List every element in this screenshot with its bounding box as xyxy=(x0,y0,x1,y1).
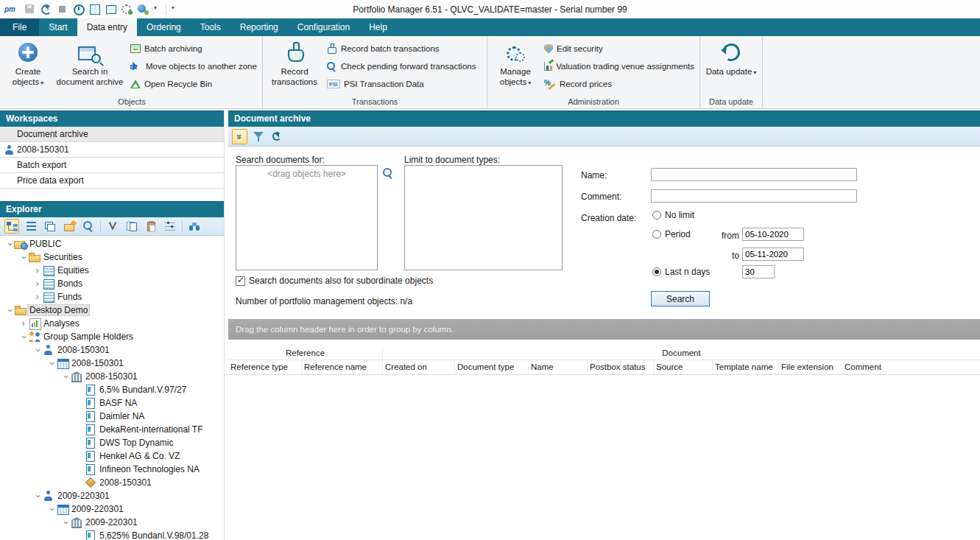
tree-item[interactable]: Group Sample Holders xyxy=(0,330,224,343)
batch-archiving-button[interactable]: Batch archiving xyxy=(127,41,260,56)
search-objects-listbox[interactable]: <drag objects here> xyxy=(236,165,378,270)
manage-objects-button[interactable]: Manage objects▾ xyxy=(490,37,541,97)
tree-item[interactable]: Infineon Technologies NA xyxy=(0,463,224,476)
tree-item[interactable]: Bonds xyxy=(0,277,224,290)
keypad-icon[interactable] xyxy=(105,4,116,15)
record-batch-transactions-button[interactable]: Record batch transactions xyxy=(324,41,484,56)
workspace-item[interactable]: Document archive xyxy=(0,127,224,142)
no-limit-radio[interactable]: No limit xyxy=(652,210,694,220)
data-update-button[interactable]: Data update▾ xyxy=(702,37,760,97)
window-view-button[interactable] xyxy=(43,219,57,234)
tree-expander-icon[interactable] xyxy=(46,359,56,368)
tree-expander-icon[interactable] xyxy=(32,346,42,354)
tree-item[interactable]: 5,625% Bundanl.V.98/01.28 xyxy=(0,529,224,540)
tree-item[interactable]: 2009-220301 xyxy=(0,516,224,529)
tree-expander-icon[interactable] xyxy=(46,505,56,513)
ribbon-tab[interactable]: Tools xyxy=(191,18,230,36)
web-services-icon[interactable] xyxy=(138,4,149,15)
find-button[interactable] xyxy=(187,219,202,234)
tree-item[interactable]: 6,5% Bundanl.V.97/27 xyxy=(0,383,224,396)
timer-icon[interactable] xyxy=(73,4,84,15)
grid-column-header[interactable]: Document type xyxy=(455,360,529,374)
save-icon[interactable] xyxy=(24,4,35,15)
tree-item[interactable]: Funds xyxy=(0,290,224,304)
tree-expander-icon[interactable] xyxy=(32,279,42,288)
grid-column-header[interactable]: File extension xyxy=(779,360,842,374)
grid-column-header[interactable]: Postbox status xyxy=(588,360,654,374)
open-recycle-bin-button[interactable]: Open Recycle Bin xyxy=(127,77,260,91)
tree-item[interactable]: 2008-150301 xyxy=(0,476,224,489)
grid-column-header[interactable]: Comment xyxy=(842,360,980,374)
tree-item[interactable]: Henkel AG & Co. VZ xyxy=(0,449,224,463)
subordinate-objects-checkbox[interactable]: Search documents also for subordinate ob… xyxy=(236,276,433,286)
tree-item[interactable]: BASF NA xyxy=(0,396,224,410)
psi-transaction-data-button[interactable]: PSI Transaction Data xyxy=(324,77,484,91)
tree-expander-icon[interactable] xyxy=(32,292,42,301)
period-radio[interactable]: Period xyxy=(652,229,691,239)
tree-item[interactable]: 2008-150301 xyxy=(0,357,224,370)
tree-expander-icon[interactable] xyxy=(4,306,14,315)
group-by-panel[interactable]: Drag the column header here in order to … xyxy=(228,319,980,340)
grid-column-header[interactable]: Template name xyxy=(713,360,779,374)
grid-column-header[interactable]: Source xyxy=(654,360,713,374)
ribbon-tab[interactable]: Start xyxy=(39,18,77,36)
tree-expander-icon[interactable] xyxy=(60,518,70,527)
tree-item[interactable]: Desktop Demo xyxy=(0,304,224,317)
create-objects-button[interactable]: Create objects▾ xyxy=(4,37,52,97)
tree-view-button[interactable] xyxy=(4,219,19,234)
tree-item[interactable]: PUBLIC xyxy=(0,237,224,250)
last-n-days-radio[interactable]: Last n days xyxy=(652,267,710,277)
tree-item[interactable]: 2008-150301 xyxy=(0,343,224,357)
tree-item[interactable]: Securities xyxy=(0,250,224,264)
paste-button[interactable] xyxy=(144,219,158,234)
ribbon-tab[interactable]: Configuration xyxy=(288,18,359,36)
grid-column-header[interactable]: Reference type xyxy=(228,360,302,374)
stop-icon[interactable] xyxy=(57,4,68,15)
tree-expander-icon[interactable] xyxy=(18,253,28,262)
document-types-listbox[interactable] xyxy=(404,165,563,270)
comment-input[interactable] xyxy=(651,189,857,203)
tree-item[interactable]: DekaRent-international TF xyxy=(0,423,224,436)
ribbon-tab[interactable]: File xyxy=(0,18,39,36)
tree-item[interactable]: 2009-220301 xyxy=(0,502,224,516)
tree-expander-icon[interactable] xyxy=(32,266,42,275)
record-transactions-button[interactable]: Record transactions xyxy=(265,37,324,97)
search-button-small[interactable] xyxy=(81,219,96,234)
tree-item[interactable]: DWS Top Dynamic xyxy=(0,436,224,449)
grid-column-header[interactable]: Created on xyxy=(383,360,455,374)
workspace-item[interactable]: Price data export xyxy=(0,173,224,189)
band-document[interactable]: Document xyxy=(383,347,980,360)
tree-item[interactable]: Equities xyxy=(0,264,224,277)
ribbon-tab[interactable]: Ordering xyxy=(137,18,191,36)
ribbon-tab[interactable]: Data entry xyxy=(77,18,137,36)
tree-expander-icon[interactable] xyxy=(4,239,14,248)
last-n-days-input[interactable] xyxy=(742,265,775,278)
move-objects-button[interactable]: Move objects to another zone xyxy=(127,59,260,74)
grid-column-header[interactable]: Name xyxy=(529,360,588,374)
services-icon[interactable] xyxy=(121,4,133,15)
record-prices-button[interactable]: Record prices xyxy=(541,77,697,91)
ribbon-tab[interactable]: Help xyxy=(359,18,397,36)
refresh-icon[interactable] xyxy=(40,4,52,15)
qat-customize-arrow-icon[interactable] xyxy=(172,4,178,15)
tree-expander-icon[interactable] xyxy=(18,332,28,341)
check-pending-forward-transactions-button[interactable]: Check pending forward transactions xyxy=(324,59,484,74)
workspace-item[interactable]: 2008-150301 xyxy=(0,142,224,158)
tree-item[interactable]: Daimler NA xyxy=(0,410,224,423)
edit-security-button[interactable]: Edit security xyxy=(541,41,697,56)
ribbon-tab[interactable]: Reporting xyxy=(230,18,288,36)
workspace-item[interactable]: Batch export xyxy=(0,158,224,173)
search-button[interactable]: Search xyxy=(651,291,710,306)
tree-expander-icon[interactable] xyxy=(32,491,42,500)
search-in-document-archive-button[interactable]: Search in document archive xyxy=(52,37,127,97)
new-object-button[interactable] xyxy=(62,219,77,234)
name-input[interactable] xyxy=(651,168,857,181)
tree-item[interactable]: 2009-220301 xyxy=(0,489,224,502)
dropdown-arrow-icon[interactable] xyxy=(154,4,161,15)
pick-objects-button[interactable] xyxy=(381,166,395,180)
collapse-search-panel-button[interactable] xyxy=(232,129,247,144)
to-date-input[interactable] xyxy=(742,248,804,261)
copy-button[interactable] xyxy=(124,219,139,234)
grid-body[interactable] xyxy=(228,375,980,540)
filter-button[interactable] xyxy=(250,129,266,144)
